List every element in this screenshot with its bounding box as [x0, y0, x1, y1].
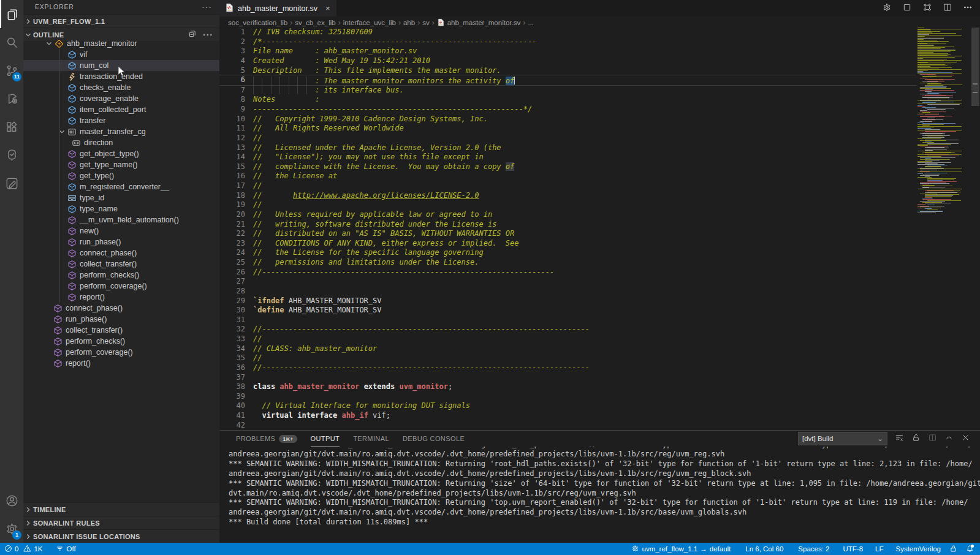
editor-action-schematic[interactable] [922, 2, 932, 15]
line-number[interactable]: 26 [219, 268, 253, 278]
code-line-19[interactable]: 19// [219, 200, 916, 210]
activity-source-control[interactable]: 11 [0, 56, 23, 85]
breadcrumb-item[interactable]: ... [528, 19, 534, 26]
outline-item-get_type_name[interactable]: get_type_name() [23, 159, 219, 170]
outline-item-checks_enable[interactable]: checks_enable [23, 82, 219, 93]
line-number[interactable]: 39 [219, 392, 253, 402]
code-line-14[interactable]: 14// "License"); you may not use this fi… [219, 153, 916, 162]
code-line-22[interactable]: 22// distributed on an "AS IS" BASIS, WI… [219, 229, 916, 239]
code-line-24[interactable]: 24// the License for the specific langua… [219, 248, 916, 258]
outline-item-transaction_ended[interactable]: transaction_ended [23, 71, 219, 82]
outline-item-report[interactable]: report() [23, 358, 219, 369]
filter-status[interactable]: Off [51, 543, 80, 555]
outline-item-item_collected_port[interactable]: item_collected_port [23, 104, 219, 115]
code-line-6[interactable]: 6 : The master monitor monitors the acti… [219, 75, 916, 86]
outline-item-direction[interactable]: direction [23, 137, 219, 148]
outline-item-m_registered_converter__[interactable]: m_registered_converter__ [23, 181, 219, 192]
code-line-28[interactable]: 28 [219, 287, 916, 296]
line-number[interactable]: 25 [219, 258, 253, 268]
editor-scrollbar[interactable] [971, 28, 980, 430]
code-line-16[interactable]: 16// the License at [219, 172, 916, 181]
encoding-status[interactable]: UTF-8 [838, 543, 867, 555]
line-number[interactable]: 17 [219, 181, 253, 191]
minimap[interactable] [916, 28, 971, 430]
code-line-5[interactable]: 5Description : This file implements the … [219, 66, 916, 76]
tab-ahb-master-monitor[interactable]: ahb_master_monitor.sv × [219, 0, 337, 17]
line-number[interactable]: 2 [219, 37, 253, 47]
code-line-41[interactable]: 41 virtual interface ahb_if vif; [219, 411, 916, 421]
line-number[interactable]: 42 [219, 421, 253, 431]
outline-item-ahb_master_monitor[interactable]: ahb_master_monitor [23, 38, 219, 49]
outline-item-perform_coverage[interactable]: perform_coverage() [23, 347, 219, 358]
code-line-8[interactable]: 8Notes : [219, 95, 916, 105]
code-line-15[interactable]: 15// compliance with the License. You ma… [219, 162, 916, 172]
breadcrumb-item[interactable]: ahb_master_monitor.sv [447, 19, 521, 26]
code-line-18[interactable]: 18// http://www.apache.org/licenses/LICE… [219, 191, 916, 201]
activity-search[interactable] [0, 28, 23, 56]
output-channel-select[interactable]: [dvt] Build ⌄ [798, 432, 887, 445]
line-number[interactable]: 19 [219, 200, 253, 210]
outline-item-perform_checks[interactable]: perform_checks() [23, 336, 219, 347]
line-number[interactable]: 22 [219, 229, 253, 239]
code-line-35[interactable]: 35// [219, 353, 916, 363]
line-number[interactable]: 27 [219, 277, 253, 287]
line-number[interactable]: 32 [219, 325, 253, 334]
toggle-autoscroll-lock-icon[interactable] [911, 433, 921, 445]
code-line-33[interactable]: 33// [219, 334, 916, 344]
line-number[interactable]: 16 [219, 172, 253, 181]
line-number[interactable]: 5 [219, 66, 253, 76]
code-line-29[interactable]: 29`ifndef AHB_MASTER_MONITOR_SV [219, 296, 916, 306]
outline-item-vif[interactable]: vif [23, 49, 219, 60]
code-line-4[interactable]: 4Created : Wed May 19 15:42:21 2010 [219, 56, 916, 66]
line-number[interactable]: 14 [219, 153, 253, 162]
code-line-7[interactable]: 7 : its interface bus. [219, 86, 916, 96]
code-line-25[interactable]: 25// permissions and limitations under t… [219, 258, 916, 268]
code-line-40[interactable]: 40 // Virtual Interface for monitoring D… [219, 401, 916, 411]
line-number[interactable]: 3 [219, 47, 253, 56]
line-number[interactable]: 18 [219, 191, 253, 201]
line-number[interactable]: 30 [219, 306, 253, 315]
code-line-36[interactable]: 36//------------------------------------… [219, 363, 916, 373]
line-number[interactable]: 20 [219, 210, 253, 220]
code-line-26[interactable]: 26//------------------------------------… [219, 268, 916, 278]
editor-action-gear[interactable] [882, 2, 892, 15]
line-number[interactable]: 40 [219, 401, 253, 411]
outline-item-coverage_enable[interactable]: coverage_enable [23, 93, 219, 104]
panel-tab-terminal[interactable]: TERMINAL [353, 431, 389, 447]
maximize-panel-icon[interactable] [944, 433, 954, 445]
breadcrumb-item[interactable]: soc_verification_lib [228, 19, 287, 26]
code-line-13[interactable]: 13// Licensed under the Apache License, … [219, 143, 916, 153]
code-line-23[interactable]: 23// CONDITIONS OF ANY KIND, either expr… [219, 239, 916, 249]
outline-item-perform_coverage[interactable]: perform_coverage() [23, 281, 219, 292]
outline-item-connect_phase[interactable]: connect_phase() [23, 247, 219, 259]
code-line-27[interactable]: 27 [219, 277, 916, 287]
language-mode-status[interactable]: SystemVerilog [891, 543, 945, 555]
activity-account[interactable] [0, 486, 23, 515]
outline-item-master_transfer_cg[interactable]: master_transfer_cg [23, 126, 219, 137]
breadcrumb-item[interactable]: sv [422, 19, 430, 26]
outline-item-report[interactable]: report() [23, 292, 219, 303]
line-number[interactable]: 24 [219, 248, 253, 258]
outline-item-perform_checks[interactable]: perform_checks() [23, 270, 219, 281]
build-config-status[interactable]: uvm_ref_flow_1.1 → default [627, 543, 735, 555]
section-timeline[interactable]: TIMELINE [23, 502, 219, 516]
section-sonarlint-rules[interactable]: SONARLINT RULES [23, 516, 219, 529]
problems-status[interactable]: 0 1K [0, 543, 47, 555]
line-number[interactable]: 29 [219, 296, 253, 306]
line-number[interactable]: 41 [219, 411, 253, 421]
code-line-30[interactable]: 30`define AHB_MASTER_MONITOR_SV [219, 306, 916, 315]
line-number[interactable]: 23 [219, 239, 253, 249]
line-number[interactable]: 15 [219, 162, 253, 172]
breadcrumb-item[interactable]: ahb [403, 19, 415, 26]
line-number[interactable]: 8 [219, 95, 253, 105]
line-number[interactable]: 38 [219, 382, 253, 392]
eol-status[interactable]: LF [871, 543, 887, 555]
outline-item-collect_transfer[interactable]: collect_transfer() [23, 259, 219, 270]
outline-item-get_type[interactable]: get_type() [23, 170, 219, 181]
license-url-link[interactable]: http://www.apache.org/licenses/LICENSE-2… [293, 191, 479, 200]
code-line-42[interactable]: 42 [219, 421, 916, 431]
line-number[interactable]: 34 [219, 344, 253, 354]
indentation-status[interactable]: Spaces: 2 [794, 543, 834, 555]
outline-item-new[interactable]: new() [23, 225, 219, 236]
outline-item-get_object_type[interactable]: get_object_type() [23, 148, 219, 159]
